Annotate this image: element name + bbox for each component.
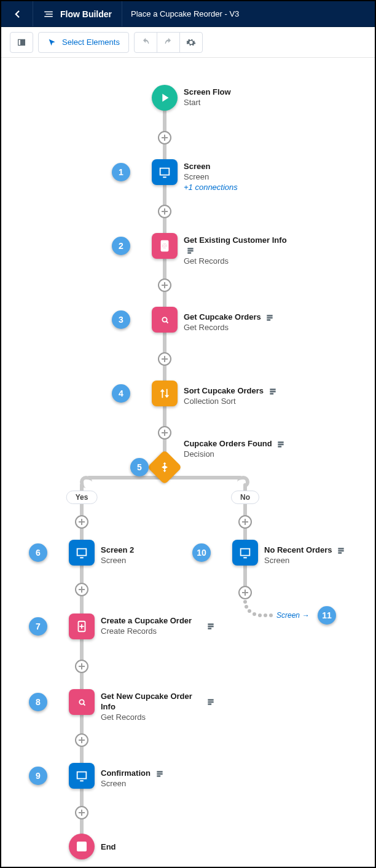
add-button[interactable] <box>238 586 252 599</box>
description-icon[interactable] <box>206 698 215 706</box>
node-5-label: Cupcake Orders Found Decision <box>184 439 285 460</box>
create-records-icon <box>75 620 88 633</box>
description-icon[interactable] <box>276 440 285 449</box>
screen-icon <box>238 546 252 559</box>
add-button[interactable] <box>75 660 88 673</box>
flow-canvas[interactable]: Screen Flow Start 1 Screen Screen +1 con… <box>1 58 375 867</box>
app-header: Flow Builder Place a Cupcake Reorder - V… <box>1 1 375 27</box>
select-icon <box>47 37 57 47</box>
select-elements-label: Select Elements <box>62 37 120 47</box>
connector <box>237 476 249 488</box>
decision-icon <box>159 461 171 473</box>
screen-icon <box>75 769 88 783</box>
marker-1: 1 <box>112 163 130 181</box>
add-button[interactable] <box>75 583 88 596</box>
add-button[interactable] <box>75 733 88 747</box>
add-button[interactable] <box>238 515 252 529</box>
app-name: Flow Builder <box>60 9 112 19</box>
marker-5: 5 <box>130 458 149 476</box>
description-icon[interactable] <box>186 247 195 255</box>
path-no[interactable]: No <box>231 491 259 504</box>
add-button[interactable] <box>158 131 171 144</box>
goto-link[interactable]: Screen → <box>276 611 309 620</box>
svg-point-8 <box>79 700 84 704</box>
goto-dot <box>264 614 267 617</box>
description-icon[interactable] <box>206 622 215 631</box>
goto-dot <box>248 609 251 613</box>
add-button[interactable] <box>158 352 171 366</box>
toolbar: Select Elements <box>1 27 375 58</box>
screen-node[interactable] <box>69 540 95 566</box>
select-elements-button[interactable]: Select Elements <box>38 32 129 53</box>
panel-icon <box>17 37 26 47</box>
screen-node[interactable] <box>232 540 258 566</box>
marker-2: 2 <box>112 237 130 255</box>
get-records-node[interactable] <box>152 307 178 333</box>
screen-node[interactable] <box>152 159 178 185</box>
node-10-label: No Recent Orders Screen <box>264 545 345 566</box>
get-records-icon <box>158 239 171 253</box>
marker-10: 10 <box>192 543 211 562</box>
connector <box>80 476 92 488</box>
stop-icon <box>77 842 87 851</box>
back-button[interactable] <box>1 1 33 26</box>
node-6-label: Screen 2 Screen <box>101 545 134 566</box>
node-1-label: Screen Screen +1 connections <box>184 162 238 193</box>
path-yes[interactable]: Yes <box>66 491 98 504</box>
start-label: Screen Flow Start <box>184 87 231 108</box>
goto-dot <box>245 605 248 609</box>
goto-dot <box>243 600 247 604</box>
side-panel-button[interactable] <box>10 32 33 53</box>
undo-button[interactable] <box>134 32 157 53</box>
add-button[interactable] <box>75 806 88 819</box>
sort-icon <box>158 387 171 400</box>
get-records-icon <box>75 695 88 709</box>
end-label: End <box>101 842 116 853</box>
get-records-node[interactable] <box>69 689 95 715</box>
marker-6: 6 <box>29 543 47 562</box>
flow-builder-icon <box>43 9 54 20</box>
description-icon[interactable] <box>155 770 164 778</box>
node-4-label: Sort Cupcake Orders Collection Sort <box>184 386 277 407</box>
goto-dot <box>269 614 273 617</box>
add-button[interactable] <box>158 278 171 292</box>
collection-sort-node[interactable] <box>152 381 178 406</box>
get-records-node[interactable] <box>152 233 178 259</box>
redo-button[interactable] <box>157 32 180 53</box>
marker-8: 8 <box>29 693 47 711</box>
node-2-label: Get Existing Customer Info Get Records <box>184 235 294 267</box>
marker-3: 3 <box>112 310 130 329</box>
create-records-node[interactable] <box>69 614 95 639</box>
play-icon <box>158 91 171 105</box>
app-brand: Flow Builder <box>33 1 122 26</box>
connections-link[interactable]: +1 connections <box>184 183 238 193</box>
node-8-label: Get New Cupcake Order Info Get Records <box>101 692 193 723</box>
goto-dot <box>253 612 256 616</box>
node-7-label: Create a Cupcake Order Create Records <box>101 616 193 637</box>
marker-11: 11 <box>318 606 336 625</box>
add-button[interactable] <box>158 426 171 440</box>
settings-button[interactable] <box>179 32 203 53</box>
add-button[interactable] <box>75 515 88 529</box>
start-node[interactable] <box>152 85 178 111</box>
description-icon[interactable] <box>265 314 274 322</box>
undo-icon <box>141 37 151 47</box>
svg-line-9 <box>84 704 85 706</box>
add-button[interactable] <box>158 205 171 218</box>
node-3-label: Get Cupcake Orders Get Records <box>184 312 274 333</box>
end-node[interactable] <box>69 834 95 859</box>
node-9-label: Confirmation Screen <box>101 768 164 789</box>
marker-4: 4 <box>112 384 130 403</box>
get-records-icon <box>158 313 171 326</box>
screen-node[interactable] <box>69 763 95 789</box>
toolbar-group <box>134 32 203 53</box>
gear-icon <box>186 37 196 47</box>
description-icon[interactable] <box>268 387 277 396</box>
redo-icon <box>163 37 173 47</box>
marker-9: 9 <box>29 767 47 785</box>
screen-icon <box>158 165 171 179</box>
goto-dot <box>258 614 262 617</box>
description-icon[interactable] <box>337 546 345 555</box>
screen-icon <box>75 546 88 559</box>
flow-title: Place a Cupcake Reorder - V3 <box>122 1 248 26</box>
